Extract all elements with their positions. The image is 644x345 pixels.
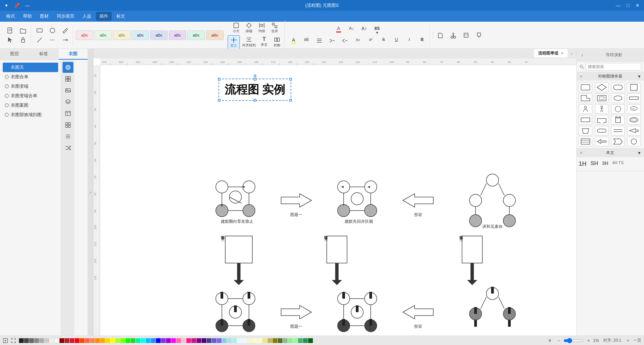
color-med-sea-green[interactable] xyxy=(298,338,303,343)
color-pink[interactable] xyxy=(181,338,186,343)
window-close[interactable]: ✕ xyxy=(634,2,641,9)
preset-2[interactable]: aDc xyxy=(94,30,112,40)
app-icon[interactable]: ✦ xyxy=(3,2,10,9)
cut-btn[interactable] xyxy=(447,31,459,40)
crop-btn[interactable] xyxy=(460,31,472,40)
modules-icon-btn[interactable] xyxy=(63,120,73,130)
shape-back-arrow[interactable] xyxy=(595,137,608,146)
shape-oval[interactable] xyxy=(611,93,625,103)
shape-drum[interactable] xyxy=(611,115,625,125)
shape-rect[interactable] xyxy=(579,83,592,92)
color-silver[interactable] xyxy=(44,338,49,343)
category-variant-simple[interactable]: 衣图变端合单 xyxy=(3,91,58,101)
color-lemon[interactable] xyxy=(252,338,257,343)
color-lime-green[interactable] xyxy=(131,338,135,343)
shape-person-stick[interactable] xyxy=(595,104,608,114)
color-dark-slate-blue[interactable] xyxy=(207,338,211,343)
color-dark-green[interactable] xyxy=(308,338,313,343)
color-med-violet[interactable] xyxy=(191,338,196,343)
add-page-btn[interactable]: + xyxy=(627,338,629,343)
color-light-green[interactable] xyxy=(288,338,293,343)
shape-bucket[interactable] xyxy=(579,126,592,135)
color-dark-red[interactable] xyxy=(60,338,64,343)
color-lime[interactable] xyxy=(125,338,130,343)
color-pale-turquoise[interactable] xyxy=(232,338,237,343)
color-light-cyan[interactable] xyxy=(237,338,242,343)
color-dodger-blue[interactable] xyxy=(151,338,156,343)
font-size-dropdown[interactable]: 8S ▼ xyxy=(371,25,383,36)
shape-person-silhouette[interactable] xyxy=(579,104,592,114)
text-section-header[interactable]: ✕ 本文 ▼ xyxy=(577,149,644,157)
shape-pentagon[interactable] xyxy=(595,115,608,125)
new-btn[interactable] xyxy=(4,26,16,35)
category-simple[interactable]: 衣图合单 xyxy=(3,72,58,82)
symmetry-btn[interactable]: 对称 xyxy=(271,35,283,49)
preset-5[interactable]: aDc xyxy=(150,30,168,40)
minimize-icon[interactable]: — xyxy=(23,2,31,9)
color-gray-light[interactable] xyxy=(39,338,44,343)
pin-icon[interactable]: 📌 xyxy=(12,2,21,9)
shape-diamond[interactable] xyxy=(595,83,608,92)
arrange-btn[interactable]: 排端 xyxy=(243,21,255,35)
shape-inner-rect[interactable] xyxy=(595,93,608,103)
bold-btn[interactable]: B xyxy=(416,36,428,45)
color-gold[interactable] xyxy=(105,338,110,343)
italic-btn[interactable]: I xyxy=(403,36,415,45)
color-slate-blue[interactable] xyxy=(212,338,216,343)
color-hot-pink[interactable] xyxy=(176,338,181,343)
font-size-down-btn[interactable]: A↓ xyxy=(345,25,358,36)
text-size-4H[interactable]: 4H TS xyxy=(612,160,624,168)
list-icon-btn[interactable] xyxy=(63,131,73,142)
fit-btn[interactable]: 小大 xyxy=(230,21,242,35)
menu-shapes[interactable]: 图材 xyxy=(37,12,52,21)
color-purple[interactable] xyxy=(197,338,201,343)
color-khaki[interactable] xyxy=(262,338,267,343)
shape-square[interactable] xyxy=(627,83,641,92)
status-fullscreen-icon[interactable] xyxy=(11,338,16,343)
shape-double-line[interactable] xyxy=(611,126,625,135)
color-alice-blue[interactable] xyxy=(242,338,247,343)
color-beige[interactable] xyxy=(247,338,252,343)
canvas-tab-active[interactable]: 流程图率堤 ✕ xyxy=(534,49,568,58)
circle-shape-btn[interactable] xyxy=(46,26,59,35)
preset-3[interactable]: aDc xyxy=(113,30,131,40)
shapes-section-arrow[interactable]: ▼ xyxy=(637,74,641,79)
text-section-arrow[interactable]: ▼ xyxy=(637,151,641,155)
zoom-in-btn[interactable]: ＋ xyxy=(585,337,592,344)
preset-7[interactable]: aDc xyxy=(187,30,205,40)
distribute-btn[interactable]: 均排 xyxy=(256,21,268,35)
menu-plugin[interactable]: 插件 xyxy=(96,12,112,21)
color-sky-blue[interactable] xyxy=(222,338,227,343)
shapes-section-close[interactable]: ✕ xyxy=(579,74,583,79)
color-red-dark[interactable] xyxy=(65,338,69,343)
text-size-SH[interactable]: SH xyxy=(591,160,598,168)
pin2-btn[interactable] xyxy=(473,31,485,40)
align-btn[interactable]: 对齐排列 xyxy=(240,35,257,49)
color-tomato[interactable] xyxy=(85,338,90,343)
shape-capsule[interactable] xyxy=(595,126,608,135)
outdent-btn[interactable] xyxy=(339,36,351,45)
font-spacing-btn[interactable]: d6 xyxy=(300,36,313,45)
color-green-yellow[interactable] xyxy=(115,338,120,343)
list-btn[interactable] xyxy=(313,36,325,45)
collapse-left-btn[interactable]: ‹ xyxy=(88,49,93,336)
text-btn[interactable]: T 本文 xyxy=(258,35,270,49)
lock-btn[interactable] xyxy=(17,36,29,44)
table-icon-btn[interactable] xyxy=(63,108,73,119)
font-color-btn[interactable]: A xyxy=(332,25,345,36)
preset-1[interactable]: aDc xyxy=(76,30,93,40)
text-size-3H[interactable]: 3H xyxy=(602,160,608,168)
open-btn[interactable] xyxy=(17,26,29,35)
text-size-1H[interactable]: 1H xyxy=(579,160,586,168)
select-btn[interactable] xyxy=(4,36,16,44)
zoom-value[interactable]: 1% xyxy=(593,338,599,343)
menu-help[interactable]: 帮助 xyxy=(20,12,35,21)
category-default[interactable]: 衣图天 xyxy=(3,63,58,72)
copy-style-btn[interactable] xyxy=(434,31,446,40)
menu-sync-page[interactable]: 同步面页 xyxy=(53,12,78,21)
color-crimson[interactable] xyxy=(70,338,74,343)
menu-label[interactable]: 标文 xyxy=(113,12,129,21)
shape-l-shape[interactable] xyxy=(579,93,592,103)
font-size-up-btn[interactable]: A↑ xyxy=(358,25,370,36)
tab-layer[interactable]: 图层 xyxy=(0,49,29,60)
